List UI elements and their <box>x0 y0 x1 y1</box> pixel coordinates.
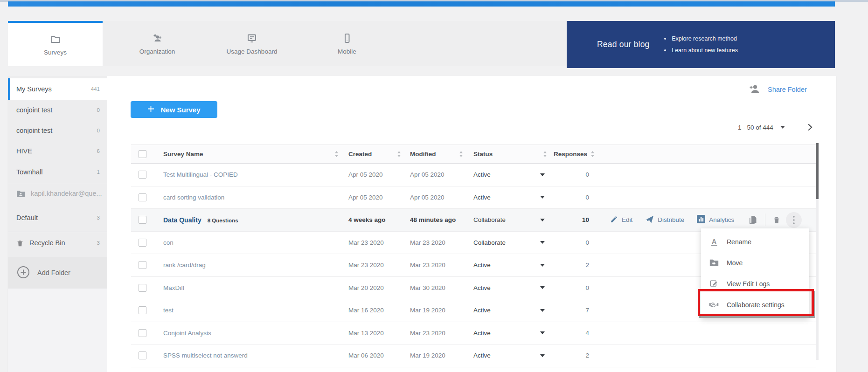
survey-name-link[interactable]: test <box>163 307 174 314</box>
sidebar-item-my-surveys[interactable]: My Surveys 441 <box>8 78 107 100</box>
row-context-menu: A Rename Move View Edit Logs <box>701 228 809 318</box>
more-options-button[interactable] <box>786 212 802 228</box>
sidebar-item-label: Recycle Bin <box>29 239 65 247</box>
responses-cell: 2 <box>553 262 597 269</box>
delete-button[interactable] <box>772 215 781 224</box>
select-all-checkbox[interactable] <box>139 150 146 158</box>
table-scrollbar-track[interactable] <box>816 143 819 360</box>
survey-name-link[interactable]: SPSS multiselect not answerd <box>163 352 248 359</box>
next-page-button[interactable] <box>805 122 815 132</box>
row-checkbox[interactable] <box>139 306 146 314</box>
tab-surveys[interactable]: Surveys <box>8 21 103 66</box>
add-folder-icon <box>17 266 30 280</box>
status-dropdown[interactable]: Active <box>469 352 553 359</box>
sort-icon <box>397 151 401 157</box>
menu-item-label: Rename <box>727 238 751 246</box>
share-folder-button[interactable]: Share Folder <box>749 84 807 95</box>
menu-item-view-edit-logs[interactable]: View Edit Logs <box>701 273 809 294</box>
sidebar-item-conjoint-test-2[interactable]: conjoint test 0 <box>8 120 107 141</box>
row-checkbox[interactable] <box>139 351 146 359</box>
pagination-caret-icon[interactable] <box>780 126 785 129</box>
modified-cell: Mar 19 2020 <box>407 307 469 314</box>
tab-mobile[interactable]: Mobile <box>305 21 389 66</box>
survey-name-link[interactable]: card sorting validation <box>163 194 224 201</box>
sidebar-item-shared-account[interactable]: kapil.khandekar@que... <box>8 183 107 204</box>
copy-button[interactable] <box>748 215 757 225</box>
blog-banner: Read our blog Explore research method Le… <box>567 21 835 68</box>
add-folder-label: Add Folder <box>37 269 70 276</box>
column-header-status[interactable]: Status <box>469 145 553 163</box>
row-checkbox[interactable] <box>139 171 146 179</box>
tab-label: Usage Dashboard <box>227 48 278 55</box>
caret-down-icon <box>540 196 545 199</box>
sidebar-item-label: conjoint test <box>16 106 52 114</box>
row-checkbox[interactable] <box>139 284 146 292</box>
new-survey-button[interactable]: New Survey <box>131 101 217 118</box>
status-dropdown[interactable]: Active <box>469 194 553 201</box>
column-header-survey-name[interactable]: Survey Name <box>154 145 345 163</box>
created-cell: Mar 23 2020 <box>345 262 407 269</box>
survey-name-link[interactable]: rank /card/drag <box>163 262 206 269</box>
sidebar-item-hive[interactable]: HIVE 6 <box>8 141 107 161</box>
sidebar-item-townhall[interactable]: Townhall 1 <box>8 161 107 183</box>
read-our-blog-link[interactable]: Read our blog <box>597 40 650 49</box>
modified-cell: 48 minutes ago <box>407 216 469 223</box>
row-checkbox[interactable] <box>139 239 146 247</box>
tab-usage-dashboard[interactable]: Usage Dashboard <box>208 21 295 66</box>
table-row: Test Multilingual - COPIED Apr 05 2020 A… <box>131 164 816 186</box>
survey-name-link[interactable]: MaxDiff <box>163 284 185 291</box>
sidebar-item-label: Default <box>16 214 38 221</box>
analytics-button[interactable]: Analytics <box>697 215 734 225</box>
bullet-dot <box>664 38 666 40</box>
mobile-icon <box>341 33 353 44</box>
survey-name-link[interactable]: Test Multilingual - COPIED <box>163 171 238 178</box>
status-dropdown[interactable]: Active <box>469 262 553 269</box>
folder-count: 6 <box>97 148 100 154</box>
status-dropdown[interactable]: Active <box>469 171 553 178</box>
bullet-dot <box>664 49 666 51</box>
status-dropdown[interactable]: Collaborate <box>469 239 553 246</box>
sidebar-item-default[interactable]: Default 3 <box>8 204 107 232</box>
column-header-responses[interactable]: Responses <box>553 145 597 163</box>
survey-name-link[interactable]: Conjoint Analysis <box>163 330 211 337</box>
menu-item-rename[interactable]: A Rename <box>701 231 809 252</box>
responses-cell: 0 <box>553 171 597 178</box>
status-dropdown[interactable]: Active <box>469 307 553 314</box>
menu-item-collaborate-settings[interactable]: Collaborate settings <box>701 294 809 315</box>
status-dropdown[interactable]: Active <box>469 284 553 291</box>
folder-user-icon <box>16 190 25 198</box>
sidebar-item-conjoint-test-1[interactable]: conjoint test 0 <box>8 100 107 120</box>
column-header-created[interactable]: Created <box>345 145 407 163</box>
dashboard-icon <box>246 33 257 44</box>
survey-name-link[interactable]: con <box>163 239 174 246</box>
row-checkbox[interactable] <box>139 193 146 201</box>
distribute-button[interactable]: Distribute <box>645 215 684 225</box>
more-vertical-icon <box>793 216 795 224</box>
survey-name-link[interactable]: Data Quality <box>163 216 201 224</box>
column-header-modified[interactable]: Modified <box>407 145 469 163</box>
responses-cell: 2 <box>553 352 597 359</box>
sidebar-empty-area <box>8 289 107 372</box>
table-scrollbar-thumb[interactable] <box>816 143 819 199</box>
status-dropdown[interactable]: Collaborate <box>469 216 553 223</box>
top-accent-bar <box>8 1 835 7</box>
tab-organization[interactable]: Organization <box>115 21 199 66</box>
status-dropdown[interactable]: Active <box>469 330 553 337</box>
app-screen: Surveys Organization Usage Dashboard Mob… <box>0 0 868 372</box>
modified-cell: Mar 30 2020 <box>407 284 469 291</box>
edit-button[interactable]: Edit <box>610 215 632 225</box>
add-folder-button[interactable]: Add Folder <box>8 257 107 289</box>
sidebar-item-label: My Surveys <box>16 85 52 93</box>
row-checkbox[interactable] <box>139 261 146 269</box>
sidebar-item-recycle-bin[interactable]: Recycle Bin 3 <box>8 232 107 254</box>
menu-item-move[interactable]: Move <box>701 252 809 273</box>
folders-sidebar: My Surveys 441 conjoint test 0 conjoint … <box>8 76 107 372</box>
responses-cell: 4 <box>553 330 597 337</box>
table-row: Conjoint Analysis Mar 13 2020 Mar 23 202… <box>131 322 816 345</box>
created-cell: Apr 05 2020 <box>345 171 407 178</box>
row-checkbox[interactable] <box>139 216 146 224</box>
responses-cell: 0 <box>553 194 597 201</box>
sidebar-item-label: HIVE <box>16 147 32 155</box>
row-checkbox[interactable] <box>139 329 146 337</box>
question-count-badge: 8 Questions <box>208 218 238 223</box>
